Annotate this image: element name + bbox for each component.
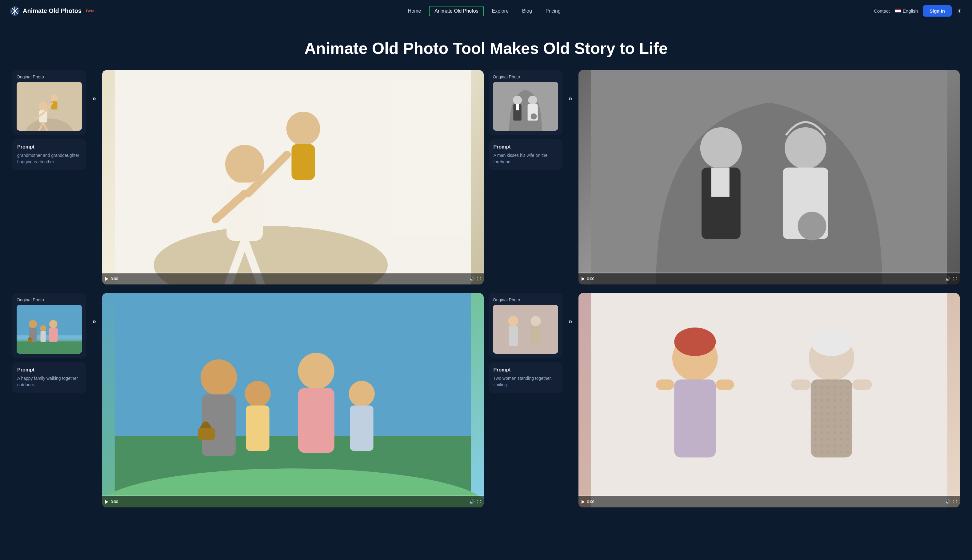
nav-pricing[interactable]: Pricing: [540, 6, 566, 16]
contact-link[interactable]: Contact: [874, 8, 890, 13]
video-player-4[interactable]: 0:00 🔊 ⛶: [578, 293, 960, 507]
prompt-card-2: Prompt A man kisses his wife on the fore…: [489, 139, 563, 170]
logo[interactable]: Animate Old Photos Beta: [10, 6, 94, 16]
video-time-3: 0:00: [111, 500, 118, 504]
svg-rect-66: [198, 428, 215, 440]
prompt-title-4: Prompt: [494, 367, 558, 373]
theme-toggle-icon[interactable]: ☀: [957, 7, 962, 15]
svg-point-62: [245, 381, 271, 407]
sign-in-button[interactable]: Sign In: [923, 5, 952, 17]
fullscreen-icon-1[interactable]: ⛶: [477, 277, 481, 281]
arrow-4: »: [567, 293, 573, 326]
video-card-4: 0:00 🔊 ⛶: [578, 293, 960, 507]
svg-point-75: [674, 328, 716, 356]
play-button-1[interactable]: [105, 277, 108, 281]
video-container-3: 0:00 🔊 ⛶: [102, 293, 483, 507]
original-photo-img-3: [17, 305, 82, 353]
svg-point-70: [531, 316, 541, 326]
svg-rect-78: [716, 380, 734, 390]
prompt-card-3: Prompt A happy family walking together o…: [12, 362, 86, 393]
nav-animate[interactable]: Animate Old Photos: [429, 6, 484, 16]
svg-rect-73: [591, 293, 947, 507]
photo-card-2: Original Photo: [489, 70, 563, 135]
video-container-2: 0:00 🔊 ⛶: [578, 70, 960, 285]
prompt-card-4: Prompt Two women standing together, smil…: [489, 362, 563, 393]
video-player-3[interactable]: 0:00 🔊 ⛶: [102, 293, 483, 507]
fullscreen-icon-4[interactable]: ⛶: [953, 500, 957, 504]
video-card-1: 0:00 🔊 ⛶: [102, 70, 483, 285]
language-selector[interactable]: English: [895, 8, 918, 13]
prompt-text-1: grandmother and granddaughter hugging ea…: [17, 152, 81, 165]
original-photo-img-2: [493, 82, 558, 131]
original-photo-img-1: [17, 82, 82, 131]
svg-rect-82: [811, 380, 852, 457]
fullscreen-icon-2[interactable]: ⛶: [953, 277, 957, 281]
svg-rect-13: [39, 110, 47, 123]
video-controls-2: 0:00 🔊 ⛶: [578, 273, 960, 285]
svg-point-80: [811, 328, 852, 356]
volume-icon-3[interactable]: 🔊: [469, 499, 474, 504]
video-controls-1: 0:00 🔊 ⛶: [102, 273, 483, 285]
original-photo-label-1: Original Photo: [17, 74, 82, 79]
svg-point-68: [508, 316, 518, 326]
svg-rect-63: [246, 405, 269, 451]
svg-rect-53: [41, 331, 46, 342]
svg-point-35: [528, 96, 537, 105]
photo-card-3: Original Photo: [12, 293, 86, 358]
svg-point-9: [12, 13, 13, 14]
prompt-text-4: Two women standing together, smiling.: [494, 375, 558, 388]
svg-rect-84: [791, 380, 810, 390]
photo-card-1: Original Photo: [12, 70, 86, 135]
video-player-1[interactable]: 0:00 🔊 ⛶: [102, 70, 483, 285]
svg-point-42: [785, 127, 826, 169]
svg-rect-85: [852, 380, 872, 390]
prompt-text-2: A man kisses his wife on the forehead.: [494, 152, 558, 165]
svg-point-8: [17, 8, 18, 9]
arrow-3: »: [91, 293, 97, 326]
video-container-1: 0:00 🔊 ⛶: [102, 70, 483, 285]
svg-rect-51: [49, 328, 58, 342]
arrow-2: »: [567, 70, 573, 103]
photo-card-4: Original Photo: [489, 293, 563, 358]
svg-point-14: [51, 94, 58, 102]
video-time-4: 0:00: [587, 500, 594, 504]
volume-icon-2[interactable]: 🔊: [945, 277, 950, 282]
svg-point-6: [12, 8, 13, 9]
video-controls-3: 0:00 🔊 ⛶: [102, 496, 483, 507]
play-button-3[interactable]: [105, 500, 108, 504]
original-photo-img-4: [493, 305, 558, 353]
prompt-title-1: Prompt: [17, 144, 81, 150]
svg-point-4: [12, 10, 12, 12]
fullscreen-icon-3[interactable]: ⛶: [477, 500, 481, 504]
play-button-2[interactable]: [581, 277, 585, 281]
video-player-2[interactable]: 0:00 🔊 ⛶: [578, 70, 960, 285]
svg-point-60: [298, 353, 334, 389]
svg-rect-34: [516, 104, 519, 110]
svg-rect-61: [298, 388, 334, 453]
logo-text: Animate Old Photos: [23, 7, 82, 15]
play-button-4[interactable]: [581, 500, 585, 504]
prompt-title-2: Prompt: [494, 144, 558, 150]
arrow-1: »: [91, 70, 97, 103]
svg-rect-67: [493, 305, 558, 353]
nav-home[interactable]: Home: [402, 6, 427, 16]
svg-point-1: [14, 10, 16, 12]
volume-icon-4[interactable]: 🔊: [945, 499, 950, 504]
original-photo-label-2: Original Photo: [493, 74, 558, 79]
logo-icon: [10, 6, 20, 16]
navbar: Animate Old Photos Beta Home Animate Old…: [0, 0, 972, 22]
svg-rect-71: [531, 326, 540, 346]
nav-explore[interactable]: Explore: [486, 6, 514, 16]
original-photo-label-4: Original Photo: [493, 297, 558, 302]
svg-point-5: [18, 10, 18, 12]
video-card-3: 0:00 🔊 ⛶: [102, 293, 483, 507]
nav-blog[interactable]: Blog: [517, 6, 538, 16]
svg-rect-65: [350, 405, 374, 451]
logo-beta: Beta: [86, 8, 94, 13]
video-time-1: 0:00: [111, 277, 118, 281]
svg-point-7: [17, 13, 18, 14]
volume-icon-1[interactable]: 🔊: [469, 277, 474, 282]
svg-point-3: [15, 13, 15, 15]
svg-point-50: [49, 320, 58, 328]
svg-point-64: [349, 381, 375, 407]
